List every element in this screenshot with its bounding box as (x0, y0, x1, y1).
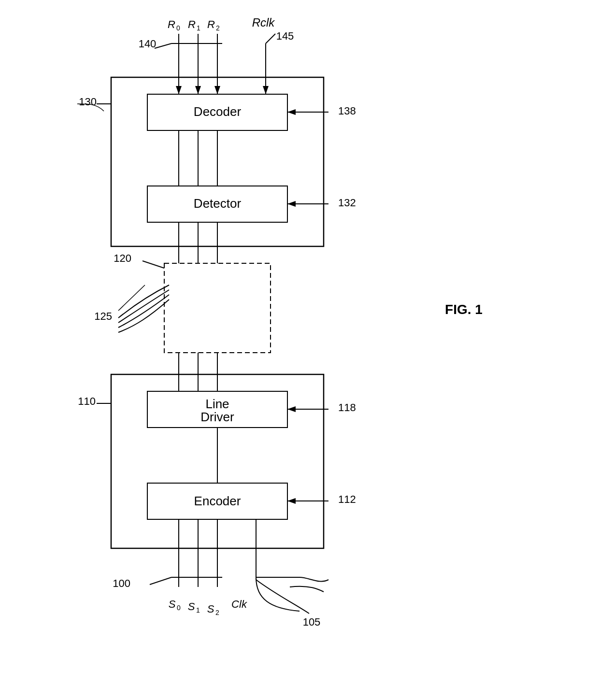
lbl-100: 100 (113, 577, 130, 589)
lbl-112: 112 (338, 493, 356, 505)
s0-sub: 0 (177, 604, 181, 612)
line-driver-label2: Driver (200, 410, 234, 424)
s1-label: S (188, 600, 195, 613)
lbl-130: 130 (79, 96, 97, 108)
diagram-container: Decoder Detector Line Driver Encoder (0, 0, 599, 700)
r2-sub: 2 (216, 24, 220, 32)
encoder-label: Encoder (194, 494, 241, 508)
s0-label: S (169, 598, 176, 610)
lbl-125: 125 (94, 310, 112, 322)
r1-label: R (188, 18, 196, 30)
lbl-118: 118 (338, 401, 356, 414)
decoder-label: Decoder (194, 104, 242, 119)
s2-label: S (207, 603, 214, 615)
lbl-140: 140 (139, 38, 157, 50)
rclk-label: Rclk (252, 16, 276, 29)
lbl-138: 138 (338, 105, 356, 117)
lbl-105: 105 (303, 616, 321, 628)
s1-sub: 1 (196, 606, 200, 614)
figure-title: FIG. 1 (445, 302, 483, 317)
clk-label: Clk (231, 598, 247, 610)
lbl-132: 132 (338, 197, 356, 209)
r2-label: R (207, 18, 215, 30)
lbl-145: 145 (276, 30, 294, 42)
line-driver-label: Line (205, 397, 229, 411)
dashed-box (164, 263, 271, 353)
s2-sub: 2 (215, 609, 219, 616)
lbl-110: 110 (78, 395, 96, 407)
detector-label: Detector (194, 196, 242, 211)
r0-sub: 0 (176, 24, 180, 32)
r1-sub: 1 (197, 24, 200, 32)
r0-label: R (168, 18, 175, 30)
lbl-120: 120 (114, 252, 131, 264)
